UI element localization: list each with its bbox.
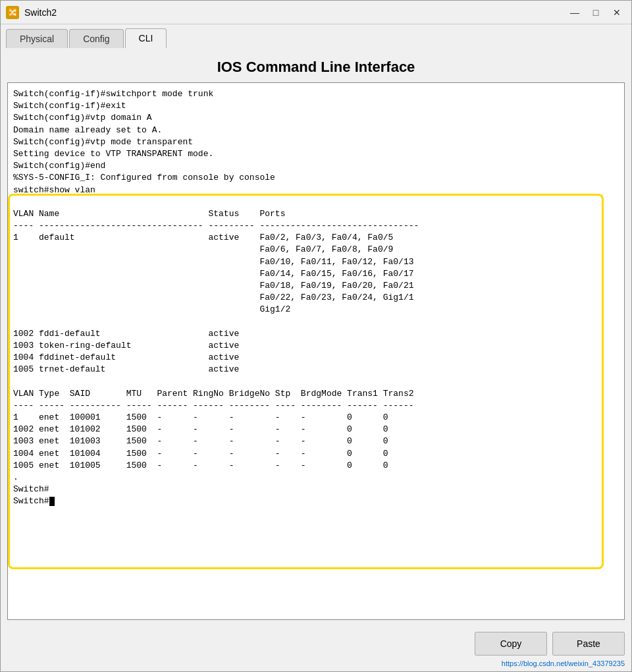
- title-bar: 🔀 Switch2 — □ ✕: [1, 1, 631, 24]
- copy-button[interactable]: Copy: [475, 632, 547, 656]
- app-icon: 🔀: [6, 6, 19, 19]
- tab-cli[interactable]: CLI: [125, 28, 167, 48]
- tab-config-label: Config: [83, 34, 109, 44]
- minimize-button[interactable]: —: [566, 5, 584, 20]
- tab-bar: Physical Config CLI: [1, 24, 631, 48]
- url-text: https://blog.csdn.net/weixin_43379235: [502, 659, 625, 667]
- main-window: 🔀 Switch2 — □ ✕ Physical Config CLI IOS …: [0, 0, 632, 672]
- tab-physical[interactable]: Physical: [6, 29, 68, 48]
- window-controls: — □ ✕: [566, 5, 626, 20]
- maximize-button[interactable]: □: [587, 5, 605, 20]
- page-title: IOS Command Line Interface: [7, 48, 625, 82]
- cli-output[interactable]: Switch(config-if)#switchport mode trunk …: [8, 83, 624, 619]
- url-bar: https://blog.csdn.net/weixin_43379235: [1, 658, 631, 671]
- window-title: Switch2: [24, 7, 566, 18]
- app-icon-symbol: 🔀: [8, 8, 18, 17]
- cli-container: Switch(config-if)#switchport mode trunk …: [7, 82, 625, 620]
- close-button[interactable]: ✕: [608, 5, 626, 20]
- tab-config[interactable]: Config: [69, 29, 123, 48]
- cli-cursor: [49, 497, 55, 506]
- paste-button[interactable]: Paste: [552, 632, 625, 656]
- content-area: IOS Command Line Interface Switch(config…: [1, 48, 631, 627]
- tab-cli-label: CLI: [139, 33, 153, 43]
- bottom-bar: Copy Paste: [1, 627, 631, 658]
- tab-physical-label: Physical: [20, 34, 54, 44]
